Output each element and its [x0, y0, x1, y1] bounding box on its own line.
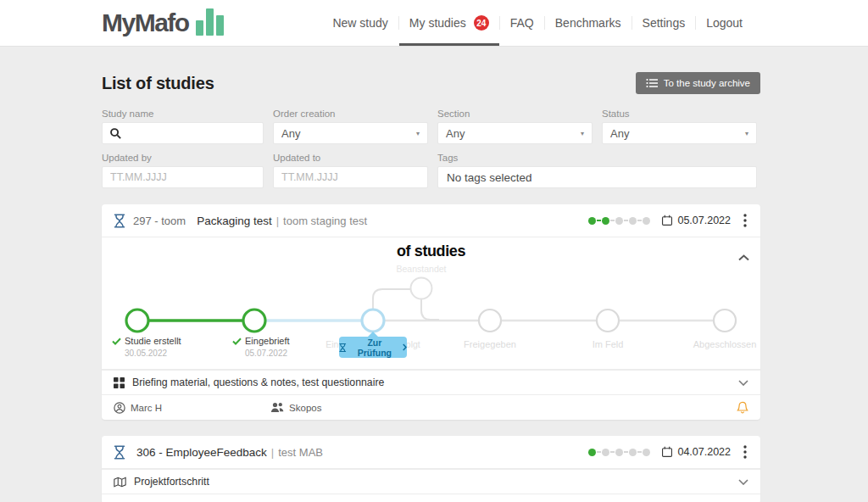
study-card-306: 306 - EmployeeFeedback | test MAB 04.07.…: [102, 436, 760, 502]
study-card-header[interactable]: 297 - toom Packaging test | toom staging…: [102, 204, 760, 237]
progress-section-row[interactable]: Projektfortschritt: [102, 469, 760, 494]
study-owner: Marc H: [114, 402, 162, 414]
app-window: MyMafo New study My studies 24 FAQ Bench…: [0, 0, 868, 502]
filter-label-section: Section: [437, 109, 593, 119]
hourglass-icon: [339, 343, 347, 353]
more-options-icon[interactable]: [742, 443, 748, 460]
nav-new-study[interactable]: New study: [322, 0, 398, 46]
progress-dots: [588, 449, 650, 456]
timeline-step: Studie erstellt 30.05.2022: [112, 336, 181, 358]
study-timeline-panel: of studies Beanstandet: [102, 237, 760, 370]
tags-select[interactable]: No tags selected: [437, 166, 757, 188]
hourglass-icon: [114, 445, 125, 460]
map-icon: [114, 477, 126, 488]
updated-by-field: [102, 166, 264, 188]
people-group-icon: [270, 402, 284, 413]
header: MyMafo New study My studies 24 FAQ Bench…: [0, 0, 868, 47]
bar-chart-logo-icon: [196, 8, 224, 36]
list-icon: [646, 78, 658, 88]
updated-to-input[interactable]: [274, 171, 427, 183]
calendar-icon: [661, 446, 673, 458]
timeline-step: Im Feld: [557, 339, 659, 349]
study-date: 05.07.2022: [661, 215, 731, 226]
study-card-header[interactable]: 306 - EmployeeFeedback | test MAB 04.07.…: [102, 436, 760, 469]
status-select[interactable]: Any ▾: [602, 122, 757, 144]
filter-label-order-creation: Order creation: [273, 109, 428, 119]
more-options-icon[interactable]: [742, 212, 748, 229]
check-icon: [112, 337, 121, 345]
hourglass-icon: [114, 214, 125, 228]
study-id: 297 - toom: [133, 215, 186, 227]
zur-pruefung-button[interactable]: Zur Prüfung: [339, 337, 407, 358]
nav-faq[interactable]: FAQ: [500, 0, 544, 46]
nav-logout[interactable]: Logout: [696, 0, 753, 46]
person-circle-icon: [114, 402, 125, 414]
grid-icon: [114, 377, 125, 388]
timeline-step: Eingebrieft 05.07.2022: [232, 336, 290, 358]
study-date: 04.07.2022: [661, 446, 731, 458]
calendar-icon: [661, 215, 673, 226]
page-title: List of studies: [102, 74, 214, 93]
order-creation-select[interactable]: Any ▾: [273, 122, 428, 144]
search-icon: [109, 127, 122, 140]
section-select[interactable]: Any ▾: [437, 122, 593, 144]
chevron-down-icon: [738, 479, 748, 485]
study-subtitle: toom staging test: [283, 215, 367, 227]
page-header: List of studies To the study archive: [102, 47, 760, 94]
people-row: Marc H Skopos: [102, 394, 760, 420]
filter-label-updated-to: Updated to: [273, 153, 428, 163]
timeline-graph: [102, 237, 760, 370]
progress-dots: [588, 217, 650, 225]
section-row-label: Projektfortschritt: [134, 476, 209, 488]
clipped-row: [102, 494, 760, 502]
nav-my-studies[interactable]: My studies 24: [399, 0, 499, 46]
main-content: List of studies To the study archive Stu…: [0, 47, 868, 502]
filter-label-updated-by: Updated by: [102, 153, 264, 163]
study-agency: Skopos: [270, 402, 321, 413]
check-icon: [232, 337, 242, 345]
studies-count-badge: 24: [474, 15, 489, 31]
timeline-step: Abgeschlossen: [674, 339, 760, 349]
nav-benchmarks[interactable]: Benchmarks: [545, 0, 632, 46]
chevron-right-icon: [403, 343, 407, 351]
study-subtitle: test MAB: [278, 446, 323, 459]
filter-label-study-name: Study name: [102, 109, 264, 119]
notification-bell-icon[interactable]: [737, 401, 748, 414]
timeline-step: Freigegeben: [439, 339, 541, 349]
study-card-297: 297 - toom Packaging test | toom staging…: [102, 204, 760, 420]
filter-panel: Study name Order creation Any: [102, 109, 760, 188]
chevron-down-icon: ▾: [416, 130, 420, 137]
chevron-down-icon: ▾: [745, 130, 748, 137]
logo[interactable]: MyMafo: [102, 8, 224, 37]
updated-to-field: [273, 166, 428, 188]
briefing-section-row[interactable]: Briefing material, questions & notes, te…: [102, 370, 760, 394]
study-archive-button[interactable]: To the study archive: [636, 72, 760, 94]
study-name-search-field: [102, 122, 264, 144]
filter-label-status: Status: [602, 109, 757, 119]
collapse-card-icon[interactable]: [736, 247, 752, 267]
chevron-down-icon: ▾: [581, 130, 584, 137]
chevron-down-icon: [738, 380, 748, 386]
main-nav: New study My studies 24 FAQ Benchmarks S…: [322, 0, 753, 46]
filter-label-tags: Tags: [437, 153, 757, 163]
study-title: Packaging test: [197, 215, 272, 227]
logo-text: MyMafo: [102, 8, 189, 37]
study-title: 306 - EmployeeFeedback: [136, 446, 267, 459]
updated-by-input[interactable]: [103, 171, 263, 183]
nav-settings[interactable]: Settings: [632, 0, 696, 46]
section-row-label: Briefing material, questions & notes, te…: [132, 376, 384, 388]
study-name-input[interactable]: [127, 127, 256, 140]
